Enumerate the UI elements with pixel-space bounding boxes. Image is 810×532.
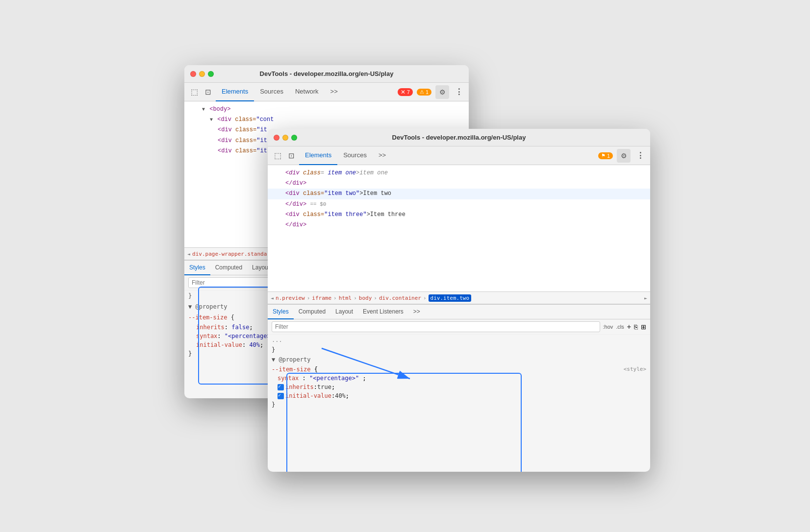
tab-elements-back[interactable]: Elements (216, 83, 254, 101)
html-line: <div class="item two">Item two (268, 189, 650, 199)
maximize-button-front[interactable] (291, 135, 297, 141)
computed-tab-back[interactable]: Computed (210, 261, 247, 275)
html-line: ▼ <body> (184, 104, 469, 115)
traffic-lights-back (190, 71, 214, 77)
html-line: </div> (268, 220, 650, 230)
event-listeners-tab-front[interactable]: Event Listeners (358, 305, 408, 319)
settings-button-front[interactable]: ⚙ (617, 149, 631, 163)
breadcrumb-front: ◄ n.preview › iframe › html › body › div… (268, 291, 650, 304)
more-tabs-front[interactable]: >> (408, 305, 425, 319)
window-title-front: DevTools - developer.mozilla.org/en-US/p… (392, 134, 526, 141)
inspector-icon-front[interactable]: ⬚ (272, 150, 283, 162)
computed-button-front[interactable]: ⊞ (641, 323, 646, 331)
layout-tab-front[interactable]: Layout (330, 305, 358, 319)
inherits-checkbox-front[interactable] (278, 384, 284, 390)
minimize-button-front[interactable] (282, 135, 288, 141)
close-button-front[interactable] (274, 135, 279, 141)
tab-network-back[interactable]: Network (289, 83, 325, 101)
inspector-icon[interactable]: ⬚ (188, 86, 200, 98)
html-tree-front: <div class= item one>item one </div> <di… (268, 165, 650, 291)
toolbar-right-back: ✕ 7 ⚠ 1 ⚙ ⋮ (398, 85, 465, 99)
scene: DevTools - developer.mozilla.org/en-US/p… (184, 65, 626, 467)
styles-panel-front: Styles Computed Layout Event Listeners >… (268, 304, 650, 472)
title-bar-front: DevTools - developer.mozilla.org/en-US/p… (268, 129, 650, 146)
at-property-front: ▼ @property (272, 356, 310, 363)
html-line: <div class="item three">Item three (268, 210, 650, 220)
responsive-icon[interactable]: ⊡ (202, 86, 214, 98)
at-property-back: ▼ @property (188, 303, 227, 310)
toolbar-right-front: ⚑ 1 ⚙ ⋮ (598, 149, 646, 163)
computed-tab-front[interactable]: Computed (294, 305, 330, 319)
tab-sources-back[interactable]: Sources (254, 83, 289, 101)
copy-button-front[interactable]: ⎘ (634, 323, 638, 331)
filter-row-front: :hov .cls + ⎘ ⊞ (268, 319, 650, 335)
tab-more-front[interactable]: >> (373, 146, 392, 165)
maximize-button-back[interactable] (208, 71, 214, 77)
more-options-back[interactable]: ⋮ (453, 87, 465, 97)
html-line: </div> (268, 178, 650, 189)
tab-sources-front[interactable]: Sources (337, 146, 373, 165)
error-badge-back: ✕ 7 (398, 88, 413, 96)
tab-bar-back: Elements Sources Network >> (216, 83, 344, 101)
cls-button-front[interactable]: .cls (616, 324, 624, 330)
warning-badge-front: ⚑ 1 (598, 152, 613, 159)
toolbar-front: ⬚ ⊡ Elements Sources >> ⚑ 1 ⚙ ⋮ (268, 146, 650, 165)
devtools-body-front: <div class= item one>item one </div> <di… (268, 165, 650, 472)
tab-elements-front[interactable]: Elements (299, 146, 337, 165)
hov-button-front[interactable]: :hov (603, 324, 613, 330)
initial-value-checkbox-front[interactable] (278, 393, 284, 399)
devtools-window-front: DevTools - developer.mozilla.org/en-US/p… (268, 129, 650, 472)
settings-button-back[interactable]: ⚙ (435, 85, 449, 99)
toolbar-back: ⬚ ⊡ Elements Sources Network >> ✕ (184, 83, 469, 101)
styles-tab-back[interactable]: Styles (184, 261, 210, 275)
traffic-lights-front (274, 135, 297, 141)
add-rule-button-front[interactable]: + (627, 323, 631, 331)
tab-bar-front: Elements Sources >> (299, 146, 392, 165)
tab-more-back[interactable]: >> (325, 83, 344, 101)
warning-badge-back: ⚠ 1 (417, 89, 431, 96)
minimize-button-back[interactable] (199, 71, 205, 77)
title-bar-back: DevTools - developer.mozilla.org/en-US/p… (184, 65, 469, 83)
styles-tabs-front: Styles Computed Layout Event Listeners >… (268, 305, 650, 319)
more-options-front[interactable]: ⋮ (634, 151, 646, 160)
html-line: ▼ <div class="cont (184, 115, 469, 125)
html-line: </div> == $0 (268, 199, 650, 210)
html-line: <div class= item one>item one (268, 168, 650, 178)
filter-input-front[interactable] (272, 321, 600, 332)
window-title-back: DevTools - developer.mozilla.org/en-US/p… (260, 70, 394, 77)
styles-tab-front[interactable]: Styles (268, 305, 294, 319)
close-button-back[interactable] (190, 71, 196, 77)
responsive-icon-front[interactable]: ⊡ (285, 150, 297, 162)
